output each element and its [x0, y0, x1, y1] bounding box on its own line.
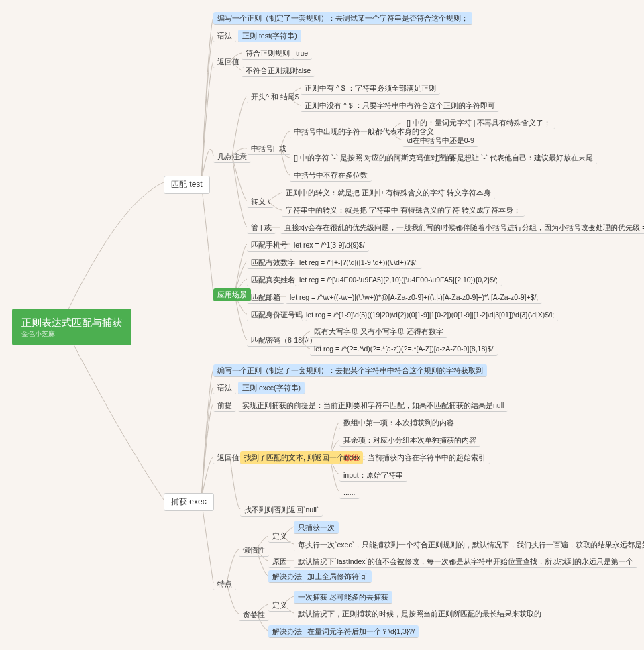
arr-item0: 数组中第一项：本次捕获到的内容 — [339, 417, 458, 429]
escape-string: 字符串中的转义：就是把 字符串中 有特殊含义的字符 转义成字符本身； — [282, 204, 525, 217]
lazy-reason: 默认情况下`lastIndex`的值不会被修改，每一次都是从字符串开始位置查找，… — [294, 555, 637, 568]
lazy-desc: 每执行一次`exec`，只能捕获到一个符合正则规则的，默认情况下，我们执行一百遍… — [294, 539, 644, 551]
number-regex: let reg = /^[+-]?(\d|([1-9]\d+))(\.\d+)?… — [295, 256, 422, 269]
test-syntax-label: 语法 — [213, 30, 236, 42]
number-label: 匹配有效数字 — [247, 256, 299, 269]
test-return-label: 返回值 — [213, 56, 244, 68]
arr-groups: 其余项：对应小分组本次单独捕获的内容 — [339, 434, 480, 447]
exec-syntax-label: 语法 — [213, 382, 236, 394]
lazy-once: 只捕获一次 — [294, 521, 339, 534]
greedy-solve: 在量词元字符后加一个？\d{1,3}?/ — [303, 625, 419, 638]
lazy-reason-label: 原因 — [268, 555, 291, 568]
notes-label: 几点注意 — [213, 150, 251, 163]
exec-prereq-label: 前提 — [213, 399, 236, 412]
name-label: 匹配真实姓名 — [247, 274, 299, 286]
root-node[interactable]: 正则表达式匹配与捕获 金色小芝麻 — [12, 309, 131, 345]
root-author: 金色小芝麻 — [21, 329, 122, 339]
bracket-quant: [] 中的：量词元字符 | 不再具有特殊含义了； — [402, 117, 555, 129]
feature-label: 特点 — [213, 578, 236, 590]
lazy-solve-label: 解决办法 — [268, 570, 306, 583]
return-true-label: 符合正则规则 — [241, 47, 294, 60]
bracket-dash-tip: [] 中要是想让 `-` 代表他自己：建议最好放在末尾 — [432, 152, 597, 164]
bracket-multi: 中括号中不存在多位数 — [290, 169, 372, 182]
exec-found-text: 找到了匹配的文本, 则返回一个 — [244, 453, 344, 462]
escape-label: 转义 \ — [247, 195, 274, 208]
root-title: 正则表达式匹配与捕获 — [21, 315, 122, 329]
phone-label: 匹配手机号 — [247, 239, 292, 252]
lazy-def-label: 定义 — [268, 530, 291, 543]
pwd-desc: 既有大写字母 又有小写字母 还得有数字 — [310, 325, 447, 338]
level1-test[interactable]: 匹配 test — [164, 176, 210, 194]
pwd-regex: let reg = /^(?=.*\d)(?=.*[a-z])(?=.*[A-Z… — [310, 343, 498, 356]
exec-definition: 编写一个正则（制定了一套规则）：去把某个字符串中符合这个规则的字符获取到 — [213, 364, 487, 377]
name-regex: let reg = /^[\u4E00-\u9FA5]{2,10}([\u4E0… — [295, 274, 502, 286]
greedy-max: 一次捕获 尽可能多的去捕获 — [294, 591, 392, 604]
lazy-label: 懒惰性 — [239, 544, 269, 557]
return-true-value: true — [292, 47, 312, 60]
anchor-label: 开头^ 和 结尾$ — [247, 91, 303, 103]
escape-regex: 正则中的转义：就是把 正则中 有特殊含义的字符 转义字符本身 — [282, 186, 495, 199]
use-cases-label: 应用场景 — [213, 288, 251, 301]
email-label: 匹配邮箱 — [247, 291, 284, 304]
bracket-label: 中括号[ ]或 — [247, 142, 290, 155]
greedy-desc: 默认情况下，正则捕获的时候，是按照当前正则所匹配的最长结果来获取的 — [294, 608, 545, 620]
or-label: 管 | 或 — [247, 221, 276, 234]
exec-prereq-value: 实现正则捕获的前提是：当前正则要和字符串匹配，如果不匹配捕获的结果是null — [238, 399, 508, 412]
exec-return-label: 返回值 — [213, 451, 244, 464]
idcard-regex: let reg = /^[1-9]\d{5}((19|20)\d{2})(0[1… — [302, 309, 558, 321]
anchor-no: 正则中没有 ^ $ ：只要字符串中有符合这个正则的字符即可 — [301, 99, 499, 112]
arr-input: input：原始字符串 — [339, 469, 407, 482]
test-definition: 编写一个正则（制定了一套规则）：去测试某一个字符串是否符合这个规则； — [213, 12, 472, 25]
exec-syntax-value: 正则.exec(字符串) — [238, 382, 305, 394]
anchor-yes: 正则中有 ^ $ ：字符串必须全部满足正则 — [301, 82, 440, 95]
idcard-label: 匹配身份证号码 — [247, 309, 307, 321]
arr-more: ...... — [339, 486, 360, 499]
greedy-label: 贪婪性 — [239, 608, 269, 621]
lazy-solve: 加上全局修饰符`g` — [303, 570, 372, 583]
greedy-def-label: 定义 — [268, 599, 291, 612]
or-desc: 直接x|y会存在很乱的优先级问题，一般我们写的时候都伴随着小括号进行分组，因为小… — [280, 221, 644, 234]
level1-exec[interactable]: 捕获 exec — [164, 493, 214, 511]
arr-index: index：当前捕获内容在字符串中的起始索引 — [339, 451, 490, 464]
test-syntax-value: 正则.test(字符串) — [238, 30, 301, 42]
exec-notfound: 找不到则否则返回`null` — [240, 504, 323, 517]
greedy-solve-label: 解决办法 — [268, 625, 306, 638]
return-false-value: false — [292, 64, 315, 77]
email-regex: let reg = /^\w+((-\w+)|(\.\w+))*@[A-Za-z… — [286, 291, 542, 304]
bracket-digit: \d在中括号中还是0-9 — [402, 134, 478, 147]
phone-regex: let rex = /^1[3-9]\d{9}$/ — [290, 239, 369, 252]
